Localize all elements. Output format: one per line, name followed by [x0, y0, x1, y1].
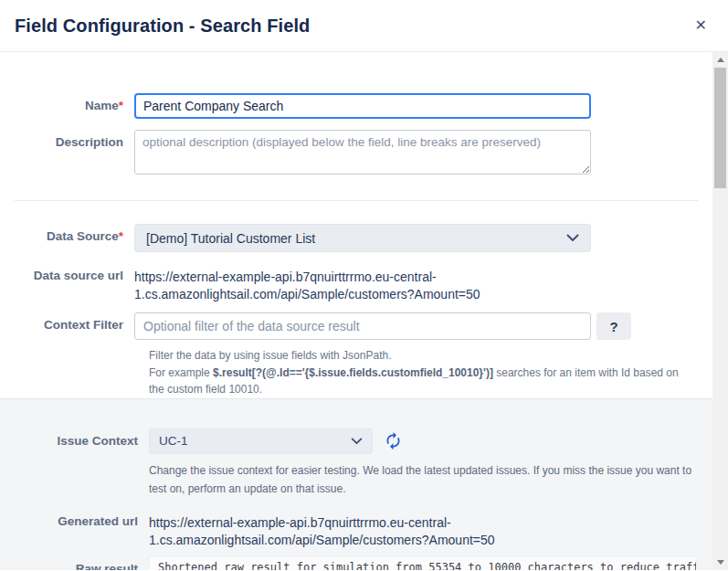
section-divider: [15, 200, 698, 201]
issue-context-select[interactable]: UC-1: [149, 428, 373, 454]
raw-result-row: Raw result Shortened raw result for simu…: [15, 556, 713, 571]
description-label: Description: [0, 130, 134, 151]
filter-help-example: For example $.result[?(@.Id=='{$.issue.f…: [149, 365, 693, 398]
context-filter-row: Context Filter ?: [0, 312, 712, 340]
filter-help-line1: Filter the data by using issue fields wi…: [149, 347, 693, 365]
refresh-icon: [384, 431, 403, 450]
issue-context-help: Change the issue context for easier test…: [149, 461, 701, 498]
generated-url-label: Generated url: [15, 509, 149, 530]
close-icon[interactable]: ✕: [691, 15, 711, 37]
context-filter-help: Filter the data by using issue fields wi…: [149, 347, 693, 398]
issue-context-row: Issue Context UC-1: [15, 428, 713, 454]
generated-url-row: Generated url https://external-example-a…: [15, 509, 713, 549]
scrollbar-down-arrow-icon[interactable]: [717, 560, 724, 565]
modal-header: Field Configuration - Search Field ✕: [0, 0, 728, 52]
data-source-selected-value: [Demo] Tutorial Customer List: [146, 231, 315, 246]
description-row: Description: [0, 130, 712, 174]
chevron-down-icon: [351, 438, 363, 445]
raw-result-value: Shortened raw result for simulation from…: [149, 556, 697, 571]
data-source-select[interactable]: [Demo] Tutorial Customer List: [134, 224, 591, 252]
data-source-url-row: Data source url https://external-example…: [0, 263, 712, 303]
scrollbar-thumb[interactable]: [714, 68, 726, 188]
name-label: Name*: [0, 93, 134, 114]
testing-section: Issue Context UC-1 Change the issue: [0, 398, 728, 571]
required-asterisk: *: [119, 99, 123, 112]
modal-body: Name* Description Data Source* [Demo] Tu…: [0, 52, 728, 570]
description-textarea[interactable]: [134, 130, 591, 174]
data-source-label: Data Source*: [0, 224, 134, 245]
raw-result-label: Raw result: [15, 556, 149, 571]
scrollbar-up-arrow-icon[interactable]: [717, 58, 724, 62]
data-source-url-label: Data source url: [0, 263, 134, 284]
generated-url-value: https://external-example-api.b7qnuirttrr…: [149, 509, 606, 549]
name-input[interactable]: [134, 93, 591, 119]
data-source-row: Data Source* [Demo] Tutorial Customer Li…: [0, 224, 712, 252]
refresh-issues-button[interactable]: [384, 431, 403, 450]
modal-title: Field Configuration - Search Field: [15, 16, 310, 37]
required-asterisk: *: [119, 229, 123, 243]
name-row: Name*: [0, 93, 712, 119]
chevron-down-icon: [566, 234, 579, 242]
issue-context-label: Issue Context: [15, 428, 149, 449]
issue-context-selected-value: UC-1: [159, 434, 188, 448]
help-button[interactable]: ?: [596, 312, 631, 340]
context-filter-input[interactable]: [134, 312, 591, 340]
jsonpath-code: $.result[?(@.Id=='{$.issue.fields.custom…: [213, 366, 493, 379]
scrollbar[interactable]: [712, 52, 728, 570]
data-source-url-value: https://external-example-api.b7qnuirttrr…: [134, 263, 591, 303]
context-filter-label: Context Filter: [0, 312, 134, 333]
field-configuration-modal: Field Configuration - Search Field ✕ Nam…: [0, 0, 728, 570]
